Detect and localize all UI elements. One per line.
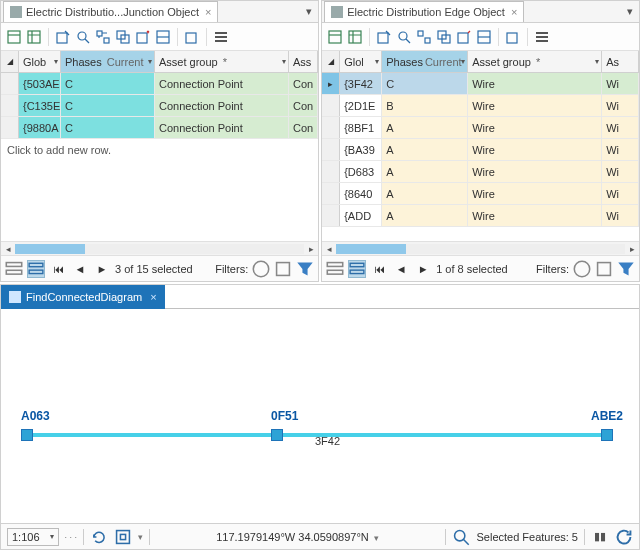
cell-ass[interactable]: Wi [602, 117, 639, 138]
cell-glob[interactable]: {C135E [19, 95, 61, 116]
filter-funnel-button[interactable] [296, 260, 314, 278]
col-ass[interactable]: Ass [289, 51, 318, 72]
cell-ass[interactable]: Con [289, 95, 318, 116]
right-hscroll[interactable]: ◂ ▸ [322, 241, 639, 255]
col-phases[interactable]: Phases Current▾ [61, 51, 155, 72]
zoom-button[interactable] [74, 28, 92, 46]
table-row[interactable]: {2D1EBWireWi [322, 95, 639, 117]
cell-glob[interactable]: {3F42 [340, 73, 382, 94]
col-phases[interactable]: PhasesCurrent▾ [382, 51, 468, 72]
cell-glob[interactable]: {8640 [340, 183, 382, 204]
col-glob[interactable]: Glob▾ [19, 51, 61, 72]
diagram-node[interactable] [21, 429, 33, 441]
row-handle[interactable] [322, 183, 340, 204]
first-record-button[interactable]: ⏮ [49, 260, 67, 278]
table-row[interactable]: {9880ACConnection PointCon [1, 117, 318, 139]
tab-menu-button[interactable]: ▾ [621, 5, 639, 18]
cell-ass[interactable]: Wi [602, 183, 639, 204]
table-row[interactable]: {ADDAWireWi [322, 205, 639, 227]
prev-record-button[interactable]: ◄ [392, 260, 410, 278]
snap-button[interactable] [114, 528, 132, 546]
row-handle[interactable] [322, 161, 340, 182]
table-row[interactable]: {8BF1AWireWi [322, 117, 639, 139]
filter-time-button[interactable] [573, 260, 591, 278]
cell-asset[interactable]: Wire [468, 139, 602, 160]
next-record-button[interactable]: ► [93, 260, 111, 278]
clear-button[interactable] [504, 28, 522, 46]
cell-asset[interactable]: Wire [468, 117, 602, 138]
cell-phase[interactable]: A [382, 183, 468, 204]
field-calc-button[interactable] [5, 28, 23, 46]
delete-row-button[interactable] [455, 28, 473, 46]
corner-cell[interactable]: ◢ [322, 51, 340, 72]
table-row[interactable]: {8640AWireWi [322, 183, 639, 205]
cell-glob[interactable]: {9880A [19, 117, 61, 138]
toolbar-menu-button[interactable] [212, 28, 230, 46]
cell-asset[interactable]: Wire [468, 183, 602, 204]
corner-cell[interactable]: ◢ [1, 51, 19, 72]
filter-extent-button[interactable] [274, 260, 292, 278]
diagram-node[interactable] [601, 429, 613, 441]
col-ass[interactable]: As [602, 51, 639, 72]
switch-button[interactable] [415, 28, 433, 46]
cell-glob[interactable]: {BA39 [340, 139, 382, 160]
table-row[interactable]: {BA39AWireWi [322, 139, 639, 161]
switch-button[interactable] [94, 28, 112, 46]
cell-asset[interactable]: Connection Point [155, 73, 289, 94]
close-icon[interactable]: × [511, 6, 517, 18]
filter-extent-button[interactable] [595, 260, 613, 278]
left-tab[interactable]: Electric Distributio...Junction Object × [3, 1, 218, 22]
cell-ass[interactable]: Wi [602, 161, 639, 182]
prev-record-button[interactable]: ◄ [71, 260, 89, 278]
cell-phase[interactable]: B [382, 95, 468, 116]
cell-ass[interactable]: Wi [602, 73, 639, 94]
cell-ass[interactable]: Con [289, 73, 318, 94]
close-icon[interactable]: × [150, 291, 156, 303]
left-hscroll[interactable]: ◂ ▸ [1, 241, 318, 255]
add-row[interactable]: Click to add new row. [1, 139, 318, 161]
diagram-canvas[interactable]: A0630F51ABE23F42 [1, 309, 639, 523]
table-row[interactable]: {D683AWireWi [322, 161, 639, 183]
row-handle[interactable] [322, 205, 340, 226]
row-handle[interactable] [1, 95, 19, 116]
row-handle[interactable] [322, 95, 340, 116]
add-button[interactable] [375, 28, 393, 46]
clear-button[interactable] [183, 28, 201, 46]
cell-phase[interactable]: C [61, 95, 155, 116]
cell-ass[interactable]: Wi [602, 205, 639, 226]
table-row[interactable]: {C135ECConnection PointCon [1, 95, 318, 117]
cell-ass[interactable]: Con [289, 117, 318, 138]
refresh-button[interactable] [615, 528, 633, 546]
cell-glob[interactable]: {2D1E [340, 95, 382, 116]
filter-funnel-button[interactable] [617, 260, 635, 278]
filter-time-button[interactable] [252, 260, 270, 278]
diagram-tab[interactable]: FindConnectedDiagram × [1, 285, 165, 309]
insert-row-button[interactable] [154, 28, 172, 46]
pause-button[interactable]: ▮▮ [591, 528, 609, 546]
cell-glob[interactable]: {8BF1 [340, 117, 382, 138]
cell-glob[interactable]: {503AE [19, 73, 61, 94]
cell-phase[interactable]: A [382, 205, 468, 226]
view-all-button[interactable] [5, 260, 23, 278]
cell-phase[interactable]: A [382, 139, 468, 160]
row-handle[interactable] [322, 139, 340, 160]
col-asset-group[interactable]: Asset group *▾ [155, 51, 289, 72]
cell-phase[interactable]: C [382, 73, 468, 94]
col-asset-group[interactable]: Asset group *▾ [468, 51, 602, 72]
field-view-button[interactable] [25, 28, 43, 46]
table-row[interactable]: {503AECConnection PointCon [1, 73, 318, 95]
table-row[interactable]: {3F42CWireWi [322, 73, 639, 95]
cell-asset[interactable]: Connection Point [155, 117, 289, 138]
add-button[interactable] [54, 28, 72, 46]
copy-button[interactable] [435, 28, 453, 46]
field-view-button[interactable] [346, 28, 364, 46]
delete-row-button[interactable] [134, 28, 152, 46]
close-icon[interactable]: × [205, 6, 211, 18]
rotate-button[interactable] [90, 528, 108, 546]
right-tab[interactable]: Electric Distribution Edge Object × [324, 1, 524, 22]
row-handle[interactable] [322, 73, 340, 94]
cell-asset[interactable]: Wire [468, 73, 602, 94]
cell-asset[interactable]: Wire [468, 161, 602, 182]
scale-selector[interactable]: 1:106▾ [7, 528, 59, 546]
cell-asset[interactable]: Connection Point [155, 95, 289, 116]
